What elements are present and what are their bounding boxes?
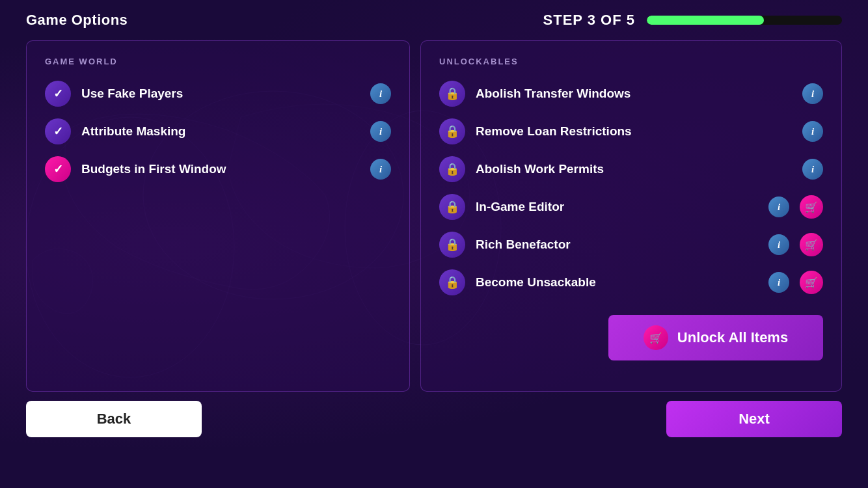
option-row-abolish-work-permits: 🔒 Abolish Work Permits i	[439, 156, 823, 182]
label-abolish-transfer-windows: Abolish Transfer Windows	[476, 87, 792, 101]
step-label: STEP 3 OF 5	[543, 12, 635, 29]
cart-button-in-game-editor[interactable]: 🛒	[800, 195, 823, 219]
cart-button-become-unsackable[interactable]: 🛒	[800, 271, 823, 294]
checkmark-icon: ✓	[53, 124, 63, 139]
checkmark-icon: ✓	[53, 162, 63, 176]
lock-icon: 🔒	[445, 275, 459, 290]
checkbox-use-fake-players[interactable]: ✓	[45, 81, 71, 107]
info-button-become-unsackable[interactable]: i	[768, 272, 789, 293]
info-icon: i	[379, 164, 382, 175]
option-row-rich-benefactor: 🔒 Rich Benefactor i 🛒	[439, 232, 823, 258]
lock-abolish-work-permits: 🔒	[439, 156, 465, 182]
option-label-use-fake-players: Use Fake Players	[81, 87, 360, 101]
page-title: Game Options	[26, 12, 128, 29]
lock-remove-loan-restrictions: 🔒	[439, 118, 465, 144]
option-row-attribute-masking: ✓ Attribute Masking i	[45, 118, 391, 144]
info-icon: i	[379, 126, 382, 137]
cart-button-rich-benefactor[interactable]: 🛒	[800, 233, 823, 256]
game-world-panel: GAME WORLD ✓ Use Fake Players i ✓ Attrib…	[26, 40, 410, 392]
info-icon: i	[778, 277, 780, 288]
checkmark-icon: ✓	[53, 87, 63, 101]
info-button-attribute-masking[interactable]: i	[370, 121, 391, 142]
lock-rich-benefactor: 🔒	[439, 232, 465, 258]
info-icon: i	[778, 202, 780, 213]
info-button-abolish-work-permits[interactable]: i	[802, 159, 823, 180]
label-abolish-work-permits: Abolish Work Permits	[476, 162, 792, 176]
info-icon: i	[379, 88, 382, 100]
back-button[interactable]: Back	[26, 401, 202, 437]
label-remove-loan-restrictions: Remove Loan Restrictions	[476, 124, 792, 139]
info-icon: i	[811, 126, 814, 137]
unlockables-panel: UNLOCKABLES 🔒 Abolish Transfer Windows i…	[420, 40, 842, 392]
cart-icon: 🛒	[805, 239, 818, 251]
info-icon: i	[811, 164, 814, 175]
info-button-budgets-first-window[interactable]: i	[370, 159, 391, 180]
checkbox-budgets-first-window[interactable]: ✓	[45, 156, 71, 182]
label-rich-benefactor: Rich Benefactor	[476, 237, 758, 252]
cart-icon: 🛒	[805, 277, 818, 289]
option-row-abolish-transfer-windows: 🔒 Abolish Transfer Windows i	[439, 81, 823, 107]
game-world-title: GAME WORLD	[45, 57, 391, 66]
label-in-game-editor: In-Game Editor	[476, 200, 758, 214]
info-button-abolish-transfer-windows[interactable]: i	[802, 83, 823, 104]
lock-icon: 🔒	[445, 162, 459, 176]
progress-bar-container	[647, 16, 842, 25]
progress-bar-fill	[647, 16, 764, 25]
bottom-bar: Back Next	[0, 392, 868, 446]
cart-icon: 🛒	[649, 332, 662, 344]
unlock-all-cart-icon: 🛒	[644, 325, 668, 350]
header: Game Options STEP 3 OF 5	[0, 0, 868, 40]
option-label-attribute-masking: Attribute Masking	[81, 124, 360, 139]
lock-icon: 🔒	[445, 237, 459, 252]
label-become-unsackable: Become Unsackable	[476, 275, 758, 290]
main-content: GAME WORLD ✓ Use Fake Players i ✓ Attrib…	[0, 40, 868, 392]
lock-in-game-editor: 🔒	[439, 194, 465, 220]
lock-become-unsackable: 🔒	[439, 269, 465, 295]
option-label-budgets-first-window: Budgets in First Window	[81, 162, 360, 176]
lock-abolish-transfer-windows: 🔒	[439, 81, 465, 107]
lock-icon: 🔒	[445, 200, 459, 214]
option-row-become-unsackable: 🔒 Become Unsackable i 🛒	[439, 269, 823, 295]
checkbox-attribute-masking[interactable]: ✓	[45, 118, 71, 144]
unlock-all-label: Unlock All Items	[677, 329, 788, 346]
lock-icon: 🔒	[445, 124, 459, 139]
lock-icon: 🔒	[445, 87, 459, 101]
option-row-use-fake-players: ✓ Use Fake Players i	[45, 81, 391, 107]
info-button-in-game-editor[interactable]: i	[768, 197, 789, 217]
option-row-in-game-editor: 🔒 In-Game Editor i 🛒	[439, 194, 823, 220]
option-row-remove-loan-restrictions: 🔒 Remove Loan Restrictions i	[439, 118, 823, 144]
cart-icon: 🛒	[805, 201, 818, 213]
info-button-use-fake-players[interactable]: i	[370, 83, 391, 104]
info-button-rich-benefactor[interactable]: i	[768, 234, 789, 255]
step-info: STEP 3 OF 5	[543, 12, 842, 29]
info-icon: i	[811, 88, 814, 100]
info-icon: i	[778, 239, 780, 251]
unlock-all-button[interactable]: 🛒 Unlock All Items	[608, 315, 823, 360]
next-button[interactable]: Next	[666, 401, 842, 437]
unlockables-title: UNLOCKABLES	[439, 57, 823, 66]
info-button-remove-loan-restrictions[interactable]: i	[802, 121, 823, 142]
option-row-budgets-first-window: ✓ Budgets in First Window i	[45, 156, 391, 182]
